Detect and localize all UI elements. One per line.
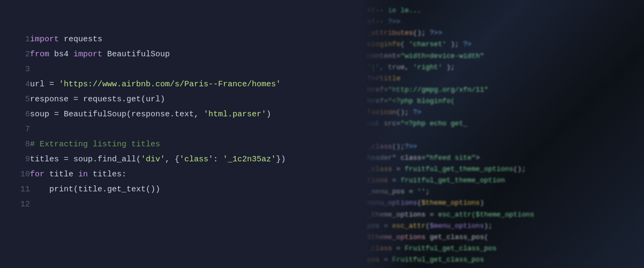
line-content: # Extracting listing titles — [30, 137, 348, 152]
line-content — [30, 197, 348, 212]
line-number: 6 — [11, 107, 30, 122]
code-panel: 1import requests2from bs4 import Beautif… — [0, 0, 359, 268]
code-line: 6soup = BeautifulSoup(response.text, 'ht… — [11, 107, 348, 122]
code-table: 1import requests2from bs4 import Beautif… — [11, 32, 348, 212]
token-kw: import — [30, 35, 59, 44]
code-line: 5response = requests.get(url) — [11, 92, 348, 107]
line-content: response = requests.get(url) — [30, 92, 348, 107]
line-number: 9 — [11, 152, 30, 167]
token-comment: # Extracting listing titles — [30, 140, 160, 149]
line-content: print(title.get_text()) — [30, 182, 348, 197]
token-str: '_1c2n35az' — [223, 155, 276, 164]
line-number: 7 — [11, 122, 30, 137]
token-plain: , { — [165, 155, 179, 164]
token-plain: bs4 — [49, 50, 73, 59]
token-plain: soup = BeautifulSoup(response.text, — [30, 110, 204, 119]
code-line: 1import requests — [11, 32, 348, 47]
token-kw: in — [78, 170, 88, 179]
line-number: 2 — [11, 47, 30, 62]
line-content: import requests — [30, 32, 348, 47]
blurred-code-background: <!-- ie le... <!-- ?>> _attributes(); ?>… — [359, 0, 644, 268]
line-number: 4 — [11, 77, 30, 92]
token-plain: url = — [30, 80, 59, 89]
token-plain: ) — [266, 110, 271, 119]
code-line: 10for title in titles: — [11, 167, 348, 182]
token-kw: import — [73, 50, 102, 59]
token-str: 'html.parser' — [204, 110, 266, 119]
line-content: titles = soup.find_all('div', {'class': … — [30, 152, 348, 167]
token-plain: title — [44, 170, 78, 179]
line-number: 11 — [11, 182, 30, 197]
token-kw: from — [30, 50, 49, 59]
line-content: from bs4 import BeautifulSoup — [30, 47, 348, 62]
line-number: 10 — [11, 167, 30, 182]
token-str: 'class' — [179, 155, 213, 164]
blurred-code-overlay: <!-- ie le... <!-- ?>> _attributes(); ?>… — [359, 0, 644, 268]
token-plain: titles: — [88, 170, 126, 179]
code-line: 9titles = soup.find_all('div', {'class':… — [11, 152, 348, 167]
line-content: url = 'https://www.airbnb.com/s/Paris--F… — [30, 77, 348, 92]
token-plain: titles = soup.find_all( — [30, 155, 141, 164]
token-str: 'https://www.airbnb.com/s/Paris--France/… — [59, 80, 281, 89]
token-plain: : — [213, 155, 223, 164]
line-content: for title in titles: — [30, 167, 348, 182]
line-number: 5 — [11, 92, 30, 107]
line-content — [30, 62, 348, 77]
line-number: 8 — [11, 137, 30, 152]
token-kw: for — [30, 170, 44, 179]
token-plain: BeautifulSoup — [102, 50, 170, 59]
token-plain: print(title.get_text()) — [30, 185, 160, 194]
line-content — [30, 122, 348, 137]
token-str: 'div' — [141, 155, 165, 164]
code-line: 2from bs4 import BeautifulSoup — [11, 47, 348, 62]
line-number: 1 — [11, 32, 30, 47]
code-line: 3 — [11, 62, 348, 77]
code-line: 8# Extracting listing titles — [11, 137, 348, 152]
code-line: 12 — [11, 197, 348, 212]
token-plain: requests — [59, 35, 102, 44]
line-number: 3 — [11, 62, 30, 77]
code-line: 4url = 'https://www.airbnb.com/s/Paris--… — [11, 77, 348, 92]
code-line: 7 — [11, 122, 348, 137]
token-plain: }) — [276, 155, 286, 164]
line-number: 12 — [11, 197, 30, 212]
code-line: 11 print(title.get_text()) — [11, 182, 348, 197]
line-content: soup = BeautifulSoup(response.text, 'htm… — [30, 107, 348, 122]
token-plain: response = requests.get(url) — [30, 95, 165, 104]
